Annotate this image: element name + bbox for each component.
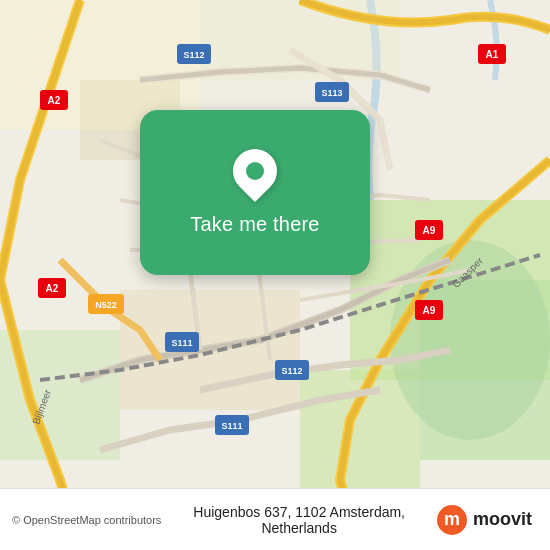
svg-text:A9: A9 [423,305,436,316]
address-text: Huigenbos 637, 1102 Amsterdam, Netherlan… [161,504,437,536]
osm-credit: © OpenStreetMap contributors [12,514,161,526]
svg-text:A2: A2 [48,95,61,106]
map-svg: A2 A2 A9 A9 A1 S112 S112 S113 S111 S111 … [0,0,550,550]
moovit-logo: m moovit [437,505,532,535]
svg-text:N522: N522 [95,300,117,310]
svg-text:A1: A1 [486,49,499,60]
svg-text:A9: A9 [423,225,436,236]
svg-text:A2: A2 [46,283,59,294]
map-container: A2 A2 A9 A9 A1 S112 S112 S113 S111 S111 … [0,0,550,550]
svg-text:S111: S111 [221,421,242,431]
pin-wrapper [233,149,277,201]
moovit-icon: m [437,505,467,535]
tooltip-bubble: Take me there [140,110,370,275]
map-pin-icon [224,140,286,202]
svg-text:S112: S112 [183,50,204,60]
svg-text:S112: S112 [281,366,302,376]
svg-text:S113: S113 [321,88,342,98]
moovit-text: moovit [473,509,532,530]
info-bar: © OpenStreetMap contributors Huigenbos 6… [0,488,550,550]
take-me-there-button[interactable]: Take me there [190,213,319,236]
svg-text:S111: S111 [171,338,192,348]
